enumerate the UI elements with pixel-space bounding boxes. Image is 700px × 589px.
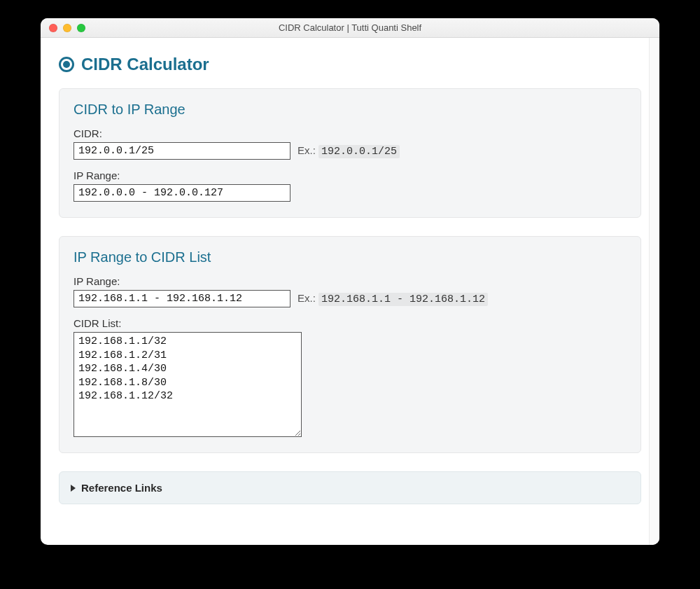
panel-title: IP Range to CIDR List — [74, 249, 626, 265]
app-window: CIDR Calculator | Tutti Quanti Shelf CID… — [41, 18, 659, 545]
panel-cidr-to-range: CIDR to IP Range CIDR: Ex.: 192.0.0.1/25… — [59, 88, 641, 218]
panel-range-to-cidr: IP Range to CIDR List IP Range: Ex.: 192… — [59, 236, 641, 453]
window-controls — [41, 24, 85, 32]
titlebar: CIDR Calculator | Tutti Quanti Shelf — [41, 18, 659, 38]
window-title: CIDR Calculator | Tutti Quanti Shelf — [41, 22, 659, 33]
ip-range-label: IP Range: — [74, 169, 626, 181]
page-title: CIDR Calculator — [81, 55, 209, 74]
content-area: CIDR Calculator CIDR to IP Range CIDR: E… — [41, 38, 659, 545]
hint-code: 192.0.0.1/25 — [318, 145, 400, 158]
cidr-label: CIDR: — [74, 127, 626, 139]
scrollbar-track[interactable] — [649, 38, 659, 545]
reference-links-accordion[interactable]: Reference Links — [59, 471, 641, 504]
hint-code: 192.168.1.1 - 192.168.1.12 — [318, 293, 488, 306]
ip-range-label: IP Range: — [74, 275, 626, 287]
cidr-list-output[interactable] — [74, 332, 302, 437]
cidr-input[interactable] — [74, 142, 290, 160]
close-icon[interactable] — [49, 24, 57, 32]
ip-range-output[interactable] — [74, 184, 290, 202]
disclosure-triangle-icon — [71, 485, 76, 492]
hint-prefix: Ex.: — [298, 144, 318, 156]
panel-title: CIDR to IP Range — [74, 102, 626, 118]
cidr-list-label: CIDR List: — [74, 317, 626, 329]
accordion-label: Reference Links — [81, 482, 162, 494]
radio-selected-icon — [59, 57, 74, 72]
ip-range-input[interactable] — [74, 290, 290, 307]
page-header: CIDR Calculator — [59, 55, 641, 74]
cidr-hint: Ex.: 192.0.0.1/25 — [298, 144, 400, 158]
ip-range-hint: Ex.: 192.168.1.1 - 192.168.1.12 — [298, 292, 488, 305]
minimize-icon[interactable] — [63, 24, 71, 32]
zoom-icon[interactable] — [77, 24, 85, 32]
hint-prefix: Ex.: — [298, 292, 318, 304]
